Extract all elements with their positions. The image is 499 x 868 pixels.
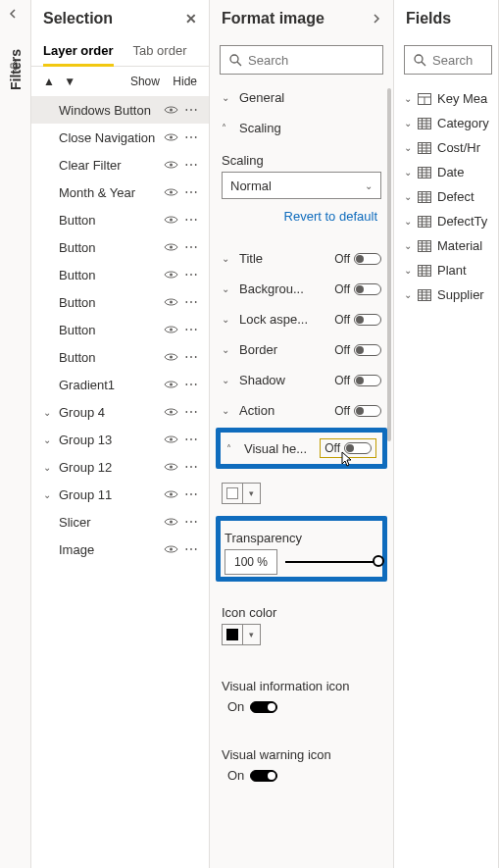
- field-item[interactable]: ⌄Category: [394, 111, 498, 135]
- visibility-icon[interactable]: [164, 160, 178, 170]
- transparency-slider[interactable]: [285, 561, 378, 563]
- selection-item[interactable]: Button⋯: [31, 288, 209, 316]
- section-scaling[interactable]: ˄Scaling: [220, 113, 383, 143]
- more-options-icon[interactable]: ⋯: [184, 459, 197, 475]
- format-toggle[interactable]: Off: [334, 252, 381, 266]
- move-down-icon[interactable]: ▼: [64, 75, 75, 88]
- selection-item[interactable]: Clear Filter⋯: [31, 151, 209, 179]
- format-toggle[interactable]: Off: [334, 404, 381, 418]
- visibility-icon[interactable]: [164, 544, 178, 554]
- field-item[interactable]: ⌄Defect: [394, 184, 498, 209]
- format-search-input[interactable]: [248, 53, 413, 68]
- more-options-icon[interactable]: ⋯: [184, 184, 197, 200]
- format-section[interactable]: ⌄ActionOff: [220, 395, 383, 426]
- visibility-icon[interactable]: [164, 132, 178, 142]
- visual-header-label[interactable]: Visual he...: [244, 441, 307, 456]
- more-options-icon[interactable]: ⋯: [184, 514, 197, 530]
- expand-format-icon[interactable]: [372, 13, 381, 25]
- visual-warn-toggle[interactable]: On: [227, 768, 381, 783]
- field-item[interactable]: ⌄Key Mea: [394, 86, 498, 111]
- selection-item[interactable]: Button⋯: [31, 206, 209, 233]
- collapse-rail-icon[interactable]: [8, 8, 20, 20]
- more-options-icon[interactable]: ⋯: [184, 239, 197, 255]
- visibility-icon[interactable]: [164, 270, 178, 280]
- visibility-icon[interactable]: [164, 462, 178, 472]
- selection-item[interactable]: ⌄Group 13⋯: [31, 426, 209, 453]
- more-options-icon[interactable]: ⋯: [184, 432, 197, 447]
- hide-all-button[interactable]: Hide: [173, 75, 197, 88]
- more-options-icon[interactable]: ⋯: [184, 212, 197, 228]
- more-options-icon[interactable]: ⋯: [184, 267, 197, 282]
- selection-item[interactable]: Button⋯: [31, 316, 209, 343]
- field-item[interactable]: ⌄DefectTy: [394, 209, 498, 233]
- selection-item[interactable]: Button⋯: [31, 343, 209, 371]
- visibility-icon[interactable]: [164, 434, 178, 444]
- selection-item[interactable]: ⌄Group 4⋯: [31, 398, 209, 426]
- transparency-input[interactable]: 100 %: [225, 549, 277, 575]
- visibility-icon[interactable]: [164, 352, 178, 362]
- format-toggle[interactable]: Off: [334, 343, 381, 357]
- visibility-icon[interactable]: [164, 489, 178, 499]
- visibility-icon[interactable]: [164, 242, 178, 252]
- visibility-icon[interactable]: [164, 380, 178, 389]
- more-options-icon[interactable]: ⋯: [184, 294, 197, 310]
- selection-item[interactable]: Button⋯: [31, 261, 209, 288]
- svg-point-6: [170, 274, 173, 277]
- selection-item[interactable]: Slicer⋯: [31, 508, 209, 536]
- svg-point-12: [170, 438, 173, 441]
- visibility-icon[interactable]: [164, 325, 178, 334]
- selection-item[interactable]: Windows Button⋯: [31, 96, 209, 124]
- more-options-icon[interactable]: ⋯: [184, 404, 197, 420]
- field-item[interactable]: ⌄Date: [394, 160, 498, 184]
- move-up-icon[interactable]: ▲: [43, 75, 55, 88]
- visibility-icon[interactable]: [164, 215, 178, 225]
- format-section[interactable]: ⌄ShadowOff: [220, 365, 383, 395]
- selection-item[interactable]: ⌄Group 11⋯: [31, 481, 209, 508]
- format-toggle[interactable]: Off: [334, 313, 381, 327]
- more-options-icon[interactable]: ⋯: [184, 129, 197, 145]
- visibility-icon[interactable]: [164, 297, 178, 307]
- more-options-icon[interactable]: ⋯: [184, 486, 197, 502]
- selection-item[interactable]: Gradient1⋯: [31, 371, 209, 398]
- more-options-icon[interactable]: ⋯: [184, 377, 197, 392]
- visibility-icon[interactable]: [164, 105, 178, 115]
- section-general[interactable]: ⌄General: [220, 82, 383, 113]
- visual-info-toggle[interactable]: On: [227, 699, 381, 714]
- fields-search-input[interactable]: [432, 53, 499, 68]
- selection-item[interactable]: Image⋯: [31, 536, 209, 563]
- show-all-button[interactable]: Show: [130, 75, 160, 88]
- selection-item[interactable]: Month & Year⋯: [31, 179, 209, 206]
- format-section[interactable]: ⌄Lock aspe...Off: [220, 304, 383, 334]
- more-options-icon[interactable]: ⋯: [184, 157, 197, 173]
- more-options-icon[interactable]: ⋯: [184, 541, 197, 557]
- scaling-select[interactable]: Normal ⌄: [222, 172, 381, 199]
- visibility-icon[interactable]: [164, 407, 178, 417]
- format-section[interactable]: ⌄BorderOff: [220, 334, 383, 365]
- more-options-icon[interactable]: ⋯: [184, 102, 197, 118]
- field-item[interactable]: ⌄Cost/Hr: [394, 135, 498, 160]
- tab-layer-order[interactable]: Layer order: [43, 37, 114, 66]
- close-selection-icon[interactable]: ✕: [185, 11, 197, 26]
- visibility-icon[interactable]: [164, 187, 178, 197]
- filters-tab[interactable]: Filters: [8, 49, 24, 90]
- format-section[interactable]: ⌄TitleOff: [220, 243, 383, 274]
- selection-item[interactable]: Button⋯: [31, 233, 209, 261]
- more-options-icon[interactable]: ⋯: [184, 349, 197, 365]
- revert-to-default[interactable]: Revert to default: [222, 199, 381, 233]
- visibility-icon[interactable]: [164, 517, 178, 527]
- field-item[interactable]: ⌄Material: [394, 233, 498, 258]
- field-item[interactable]: ⌄Supplier: [394, 282, 498, 307]
- fields-search[interactable]: [404, 45, 492, 75]
- format-toggle[interactable]: Off: [334, 374, 381, 387]
- selection-item[interactable]: ⌄Group 12⋯: [31, 453, 209, 481]
- format-search[interactable]: [220, 45, 383, 75]
- field-item[interactable]: ⌄Plant: [394, 258, 498, 282]
- icon-color-picker[interactable]: ▾: [222, 624, 381, 645]
- format-toggle[interactable]: Off: [334, 282, 381, 296]
- background-color-picker[interactable]: ▾: [222, 483, 381, 504]
- scrollbar[interactable]: [387, 88, 391, 441]
- selection-item[interactable]: Close Navigation⋯: [31, 124, 209, 151]
- format-section[interactable]: ⌄Backgrou...Off: [220, 274, 383, 304]
- tab-tab-order[interactable]: Tab order: [133, 37, 187, 66]
- more-options-icon[interactable]: ⋯: [184, 322, 197, 337]
